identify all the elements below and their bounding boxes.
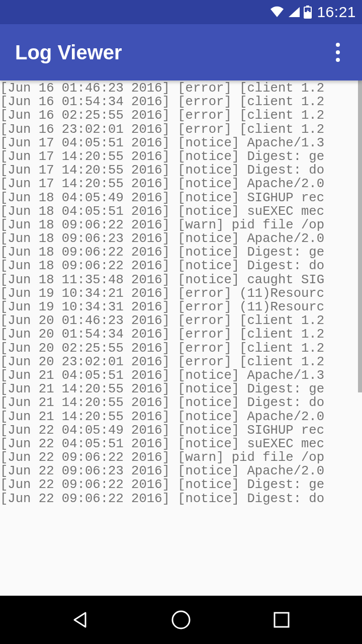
- scrollbar-thumb[interactable]: [358, 80, 362, 392]
- log-line: [Jun 18 09:06:22 2016] [notice] Digest: …: [0, 246, 362, 259]
- svg-point-3: [172, 611, 190, 628]
- battery-charging-icon: [304, 6, 312, 19]
- log-line: [Jun 17 04:05:51 2016] [notice] Apache/1…: [0, 136, 362, 150]
- log-line: [Jun 21 14:20:55 2016] [notice] Apache/2…: [0, 410, 362, 424]
- log-line: [Jun 22 09:06:23 2016] [notice] Apache/2…: [0, 464, 362, 478]
- log-scroll-area[interactable]: [Jun 16 01:46:23 2016] [error] [client 1…: [0, 80, 362, 596]
- log-line: [Jun 20 23:02:01 2016] [error] [client 1…: [0, 355, 362, 369]
- log-line: [Jun 18 09:06:22 2016] [warn] pid file /…: [0, 218, 362, 232]
- log-line: [Jun 21 14:20:55 2016] [notice] Digest: …: [0, 382, 362, 396]
- log-line: [Jun 17 14:20:55 2016] [notice] Digest: …: [0, 150, 362, 164]
- log-line: [Jun 16 23:02:01 2016] [error] [client 1…: [0, 123, 362, 136]
- back-triangle-icon: [70, 610, 90, 630]
- log-line: [Jun 21 14:20:55 2016] [notice] Digest: …: [0, 396, 362, 410]
- log-line: [Jun 17 14:20:55 2016] [notice] Digest: …: [0, 164, 362, 177]
- log-line: [Jun 16 01:46:23 2016] [error] [client 1…: [0, 82, 362, 95]
- log-line: [Jun 22 09:06:22 2016] [warn] pid file /…: [0, 451, 362, 464]
- svg-rect-4: [275, 613, 289, 627]
- log-line: [Jun 16 02:25:55 2016] [error] [client 1…: [0, 109, 362, 122]
- overflow-menu-button[interactable]: [326, 40, 350, 64]
- nav-recent-button[interactable]: [251, 605, 312, 635]
- recent-square-icon: [273, 611, 291, 629]
- screen: 16:21 Log Viewer [Jun 16 01:46:23 2016] …: [0, 0, 362, 644]
- log-line: [Jun 20 01:54:34 2016] [error] [client 1…: [0, 328, 362, 341]
- log-line: [Jun 18 11:35:48 2016] [notice] caught S…: [0, 273, 362, 287]
- log-line: [Jun 20 02:25:55 2016] [error] [client 1…: [0, 342, 362, 355]
- nav-back-button[interactable]: [50, 605, 111, 635]
- wifi-icon: [269, 6, 285, 18]
- app-bar: Log Viewer: [0, 24, 362, 80]
- status-clock: 16:21: [317, 4, 356, 21]
- nav-home-button[interactable]: [151, 605, 211, 635]
- more-vert-icon: [336, 43, 340, 62]
- log-line: [Jun 18 04:05:51 2016] [notice] suEXEC m…: [0, 205, 362, 218]
- log-line: [Jun 18 09:06:23 2016] [notice] Apache/2…: [0, 232, 362, 246]
- log-line: [Jun 19 10:34:31 2016] [error] (11)Resou…: [0, 300, 362, 314]
- app-title: Log Viewer: [15, 41, 122, 64]
- log-line: [Jun 22 09:06:22 2016] [notice] Digest: …: [0, 478, 362, 492]
- log-line: [Jun 22 09:06:22 2016] [notice] Digest: …: [0, 492, 362, 506]
- log-line: [Jun 22 04:05:49 2016] [notice] SIGHUP r…: [0, 424, 362, 437]
- log-line: [Jun 18 09:06:22 2016] [notice] Digest: …: [0, 259, 362, 273]
- log-line: [Jun 16 01:54:34 2016] [error] [client 1…: [0, 95, 362, 109]
- log-line: [Jun 18 04:05:49 2016] [notice] SIGHUP r…: [0, 191, 362, 205]
- status-bar: 16:21: [0, 0, 362, 24]
- log-line: [Jun 17 14:20:55 2016] [notice] Apache/2…: [0, 177, 362, 191]
- log-line: [Jun 21 04:05:51 2016] [notice] Apache/1…: [0, 369, 362, 382]
- home-circle-icon: [170, 609, 192, 630]
- cell-signal-icon: [288, 6, 301, 18]
- log-lines: [Jun 16 01:46:23 2016] [error] [client 1…: [0, 80, 362, 506]
- log-line: [Jun 19 10:34:21 2016] [error] (11)Resou…: [0, 287, 362, 300]
- log-line: [Jun 20 01:46:23 2016] [error] [client 1…: [0, 314, 362, 328]
- log-line: [Jun 22 04:05:51 2016] [notice] suEXEC m…: [0, 437, 362, 451]
- navigation-bar: [0, 596, 362, 644]
